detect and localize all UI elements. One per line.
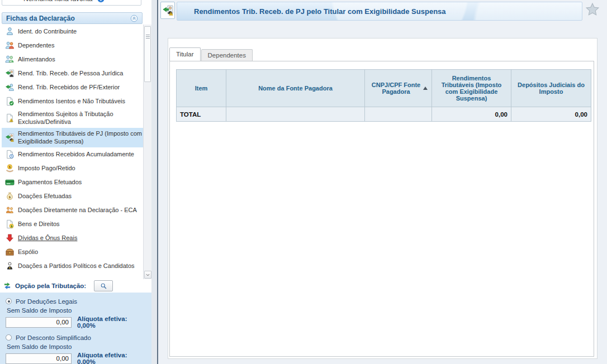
sidebar-item-rend-pf-exterior[interactable]: Rend. Trib. Recebidos de PF/Exterior [2,80,143,94]
tab-titular[interactable]: Titular [169,47,201,61]
option-label: Por Desconto Simplificado [16,334,91,341]
radio-checked-icon[interactable] [6,298,12,304]
sidebar-item-imposto-pago[interactable]: Imposto Pago/Retido [2,161,143,175]
income-company-icon [5,69,15,78]
favorites-label: Nenhuma ficha favorita [23,0,92,3]
sidebar-item-rend-exclusiva[interactable]: Rendimentos Sujeitos à Tributação Exclus… [2,108,143,128]
saldo-status-label: Sem Saldo de Imposto [7,343,146,350]
sidebar-item-doacoes-eca[interactable]: Doações Diretamente na Declaração - ECA [2,203,143,217]
sidebar-item-ident-contribuinte[interactable]: Ident. do Contribuinte [2,25,143,39]
sidebar-item-label: Rendimentos Sujeitos à Tributação Exclus… [18,111,142,126]
sidebar-section-title: Fichas da Declaração [6,15,75,22]
option-desconto-simplificado: Por Desconto Simplificado Sem Saldo de I… [6,333,146,364]
sidebar-item-rend-exigibilidade-suspensa[interactable]: Rendimentos Tributáveis de PJ (Imposto c… [2,128,143,147]
tab-content: Item Nome da Fonte Pagadora CNPJ/CPF Fon… [169,61,594,357]
sidebar-item-bens-direitos[interactable]: Bens e Direitos [2,217,143,231]
saldo-imposto-input[interactable] [6,317,72,328]
total-cnpj-cell [365,107,432,122]
page-header: Rendimentos Trib. Receb. de PJ pelo Titu… [177,2,582,21]
sidebar-item-label: Pagamentos Efetuados [18,179,82,186]
children-icon [5,205,15,215]
sidebar-splitter[interactable] [151,0,158,364]
document-check-icon [5,97,15,106]
favorite-star-icon[interactable] [585,2,600,17]
sidebar-item-label: Imposto Pago/Retido [18,165,75,173]
credit-card-icon [5,178,15,187]
column-header-cnpj-cpf[interactable]: CNPJ/CPF Fonte Pagadora [365,70,432,107]
sidebar-item-rend-acumuladamente[interactable]: Rendimentos Recebidos Acumuladamente [2,147,143,161]
sidebar-list: Ident. do Contribuinte Dependentes Alime… [2,25,143,273]
sidebar-item-label: Doações Diretamente na Declaração - ECA [18,207,137,214]
scroll-down-button[interactable] [144,271,151,279]
favorites-bar: Nenhuma ficha favorita [2,0,141,6]
total-row: TOTAL 0,00 0,00 [177,107,591,122]
total-nome-cell [226,107,365,122]
search-button[interactable] [94,280,113,291]
radio-desconto-simplificado[interactable]: Por Desconto Simplificado [6,333,146,342]
aliquota-efetiva-label: Alíquota efetiva: 0,00% [77,352,146,364]
tab-dependentes[interactable]: Dependentes [201,49,253,61]
chevron-down-icon [145,272,150,277]
saldo-imposto-input[interactable] [6,353,72,364]
sidebar-scrollbar[interactable] [143,25,151,279]
document-coin-icon [5,219,15,229]
table-header-row: Item Nome da Fonte Pagadora CNPJ/CPF Fon… [177,70,591,107]
sidebar-section-header[interactable]: Fichas da Declaração [2,12,143,24]
sidebar-item-label: Rendimentos Tributáveis de PJ (Imposto c… [18,130,142,145]
sidebar-item-label: Dependentes [18,42,54,50]
sidebar-item-doacoes-efetuadas[interactable]: Doações Efetuadas [2,189,143,203]
option-deducoes-legais: Por Deduções Legais Sem Saldo de Imposto… [6,296,146,329]
column-header-nome-fonte: Nome da Fonte Pagadora [226,70,365,107]
red-down-arrow-icon [5,233,15,243]
tributacao-bar: Opção pela Tributação: [0,279,151,293]
taxpayer-person-icon [5,27,15,36]
chest-icon [5,247,15,257]
sidebar-item-doacoes-partidos[interactable]: Doações a Partidos Políticos e Candidato… [2,259,143,273]
sidebar-item-label: Espólio [18,248,38,256]
income-warning-icon [5,133,15,142]
dependents-people-icon [5,41,15,50]
magnifier-icon [100,282,107,290]
sidebar-item-pagamentos[interactable]: Pagamentos Efetuados [2,175,143,189]
total-rendimentos-value: 0,00 [432,107,511,122]
add-favorite-icon[interactable] [97,0,105,3]
sidebar-item-label: Rendimentos Recebidos Acumuladamente [18,151,134,159]
main-area: Rendimentos Trib. Receb. de PJ pelo Titu… [159,0,607,364]
sidebar-item-rend-isentos[interactable]: Rendimentos Isentos e Não Tributáveis [2,94,143,108]
sidebar-item-label: Rend. Trib. Recebidos de PF/Exterior [18,84,120,92]
sidebar-item-label: Doações Efetuadas [18,193,72,200]
aliquota-efetiva-label: Alíquota efetiva: 0,00% [77,315,146,329]
tab-strip: Titular Dependentes [169,48,253,61]
sidebar-item-alimentandos[interactable]: Alimentandos [2,52,143,66]
people-plus-icon [5,55,15,64]
page-title: Rendimentos Trib. Receb. de PJ pelo Titu… [194,7,446,16]
total-label: TOTAL [177,107,226,122]
total-depositos-value: 0,00 [511,107,591,122]
radio-unchecked-icon[interactable] [6,334,12,341]
scrollbar-thumb[interactable] [144,26,151,82]
rendimentos-table: Item Nome da Fonte Pagadora CNPJ/CPF Fon… [176,69,591,122]
saldo-status-label: Sem Saldo de Imposto [7,307,146,314]
income-person-icon [5,83,15,92]
column-header-depositos: Depósitos Judiciais do Imposto [511,70,591,107]
column-header-label: CNPJ/CPF Fonte Pagadora [372,82,420,95]
collapse-icon[interactable] [130,15,138,22]
column-header-item: Item [177,70,226,107]
income-warning-icon [162,4,174,16]
sidebar: Nenhuma ficha favorita Fichas da Declara… [0,0,151,364]
sidebar-item-rend-pj[interactable]: Rend. Trib. Receb. de Pessoa Jurídica [2,66,143,80]
swap-arrows-icon [3,281,12,290]
document-warning-icon [5,113,15,123]
candidate-person-icon [5,261,15,271]
tributacao-panel: Por Deduções Legais Sem Saldo de Imposto… [0,293,151,364]
document-clock-icon [5,150,15,159]
sidebar-item-espolio[interactable]: Espólio [2,245,143,259]
radio-deducoes-legais[interactable]: Por Deduções Legais [6,296,146,306]
option-label: Por Deduções Legais [16,298,77,305]
tributacao-label: Opção pela Tributação: [15,282,86,289]
section-icon-box [160,2,175,19]
sidebar-item-label: Doações a Partidos Políticos e Candidato… [18,262,135,270]
sidebar-item-dependentes[interactable]: Dependentes [2,39,143,52]
sidebar-item-label: Alimentandos [18,56,55,64]
sidebar-item-dividas-onus[interactable]: Dívidas e Ônus Reais [2,231,143,245]
